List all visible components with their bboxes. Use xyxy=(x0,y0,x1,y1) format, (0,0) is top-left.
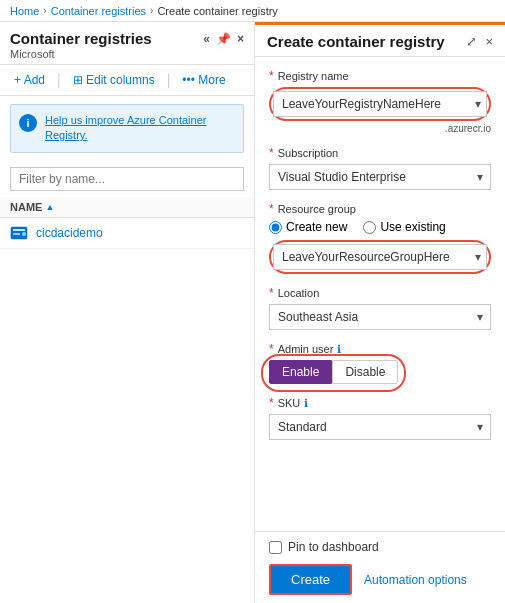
registry-suffix: .azurecr.io xyxy=(269,123,491,134)
breadcrumb-sep2: › xyxy=(150,5,153,16)
pin-to-dashboard-checkbox[interactable] xyxy=(269,541,282,554)
svg-rect-1 xyxy=(13,229,25,231)
left-panel-header: Container registries « 📌 × Microsoft xyxy=(0,22,254,65)
sku-wrapper: Standard xyxy=(269,414,491,440)
subscription-label: * Subscription xyxy=(269,146,491,160)
more-button[interactable]: ••• More xyxy=(178,71,229,89)
registry-name-select[interactable]: LeaveYourRegistryNameHere xyxy=(273,91,487,117)
left-panel-title-text: Container registries xyxy=(10,30,152,47)
admin-user-label: * Admin user ℹ xyxy=(269,342,491,356)
collapse-icon[interactable]: « xyxy=(203,32,210,46)
right-panel-header: Create container registry ⤢ × xyxy=(255,22,505,57)
svg-point-3 xyxy=(22,232,26,236)
resource-group-select[interactable]: LeaveYourResourceGroupHere xyxy=(273,244,487,270)
subscription-wrapper: Visual Studio Enterprise xyxy=(269,164,491,190)
svg-rect-2 xyxy=(13,233,20,235)
admin-user-tooltip-icon[interactable]: ℹ xyxy=(337,343,341,356)
sku-tooltip-icon[interactable]: ℹ xyxy=(304,397,308,410)
pin-to-dashboard-label: Pin to dashboard xyxy=(288,540,379,554)
location-wrapper: Southeast Asia xyxy=(269,304,491,330)
title-icons: « 📌 × xyxy=(203,32,244,46)
breadcrumb-bar: Home › Container registries › Create con… xyxy=(0,0,505,22)
required-star-loc: * xyxy=(269,286,274,300)
required-star-name: * xyxy=(269,69,274,83)
info-icon: i xyxy=(19,114,37,132)
required-star-sku: * xyxy=(269,396,274,410)
sku-select[interactable]: Standard xyxy=(269,414,491,440)
right-panel-title: Create container registry xyxy=(267,33,445,50)
resource-group-wrapper: LeaveYourResourceGroupHere xyxy=(269,240,491,274)
left-panel: Container registries « 📌 × Microsoft + A… xyxy=(0,22,255,603)
required-star-admin: * xyxy=(269,342,274,356)
sku-label: * SKU ℹ xyxy=(269,396,491,410)
admin-user-group: * Admin user ℹ Enable Disable xyxy=(269,342,491,384)
sort-icon: ▲ xyxy=(45,202,54,212)
location-select[interactable]: Southeast Asia xyxy=(269,304,491,330)
panel-subtitle: Microsoft xyxy=(10,48,244,60)
radio-create-new-input[interactable] xyxy=(269,221,282,234)
toolbar: + Add | ⊞ Edit columns | ••• More xyxy=(0,65,254,96)
registry-item-name[interactable]: cicdacidemo xyxy=(36,226,103,240)
admin-disable-btn[interactable]: Disable xyxy=(332,360,398,384)
edit-columns-button[interactable]: ⊞ Edit columns xyxy=(69,71,159,89)
left-panel-title-row: Container registries « 📌 × xyxy=(10,30,244,47)
add-button[interactable]: + Add xyxy=(10,71,49,89)
resource-group-radio-group: Create new Use existing xyxy=(269,220,491,234)
automation-options-link[interactable]: Automation options xyxy=(364,573,467,587)
location-group: * Location Southeast Asia xyxy=(269,286,491,330)
registry-icon xyxy=(10,224,28,242)
resize-icon[interactable]: ⤢ xyxy=(466,34,477,49)
registry-name-wrapper: LeaveYourRegistryNameHere xyxy=(269,87,491,121)
close-panel-icon[interactable]: × xyxy=(237,32,244,46)
subscription-group: * Subscription Visual Studio Enterprise xyxy=(269,146,491,190)
right-header-icons: ⤢ × xyxy=(466,34,493,49)
info-banner: i Help us improve Azure Container Regist… xyxy=(10,104,244,153)
resource-group-group: * Resource group Create new Use existing xyxy=(269,202,491,274)
pin-icon[interactable]: 📌 xyxy=(216,32,231,46)
registry-name-group: * Registry name LeaveYourRegistryNameHer… xyxy=(269,69,491,134)
location-label: * Location xyxy=(269,286,491,300)
info-banner-text[interactable]: Help us improve Azure Container Registry… xyxy=(45,113,235,144)
registry-name-label: * Registry name xyxy=(269,69,491,83)
breadcrumb-container-registries[interactable]: Container registries xyxy=(51,5,146,17)
breadcrumb-sep1: › xyxy=(43,5,46,16)
breadcrumb-home[interactable]: Home xyxy=(10,5,39,17)
action-row: Create Automation options xyxy=(269,564,491,595)
radio-create-new[interactable]: Create new xyxy=(269,220,347,234)
sku-group: * SKU ℹ Standard xyxy=(269,396,491,440)
close-right-panel-icon[interactable]: × xyxy=(485,34,493,49)
resource-group-label: * Resource group xyxy=(269,202,491,216)
name-col-header: NAME xyxy=(10,201,42,213)
breadcrumb-current: Create container registry xyxy=(157,5,277,17)
required-star-rg: * xyxy=(269,202,274,216)
pin-row: Pin to dashboard xyxy=(269,540,491,554)
list-header: NAME ▲ xyxy=(0,197,254,218)
right-panel: Create container registry ⤢ × * Registry… xyxy=(255,22,505,603)
radio-use-existing-input[interactable] xyxy=(363,221,376,234)
required-star-sub: * xyxy=(269,146,274,160)
form-area: * Registry name LeaveYourRegistryNameHer… xyxy=(255,57,505,531)
subscription-select[interactable]: Visual Studio Enterprise xyxy=(269,164,491,190)
filter-box xyxy=(10,167,244,191)
radio-use-existing[interactable]: Use existing xyxy=(363,220,445,234)
form-bottom: Pin to dashboard Create Automation optio… xyxy=(255,531,505,603)
admin-enable-btn[interactable]: Enable xyxy=(269,360,332,384)
create-button[interactable]: Create xyxy=(269,564,352,595)
main-area: Container registries « 📌 × Microsoft + A… xyxy=(0,22,505,603)
admin-user-toggle: Enable Disable xyxy=(269,360,398,384)
list-item[interactable]: cicdacidemo xyxy=(0,218,254,249)
filter-input[interactable] xyxy=(10,167,244,191)
